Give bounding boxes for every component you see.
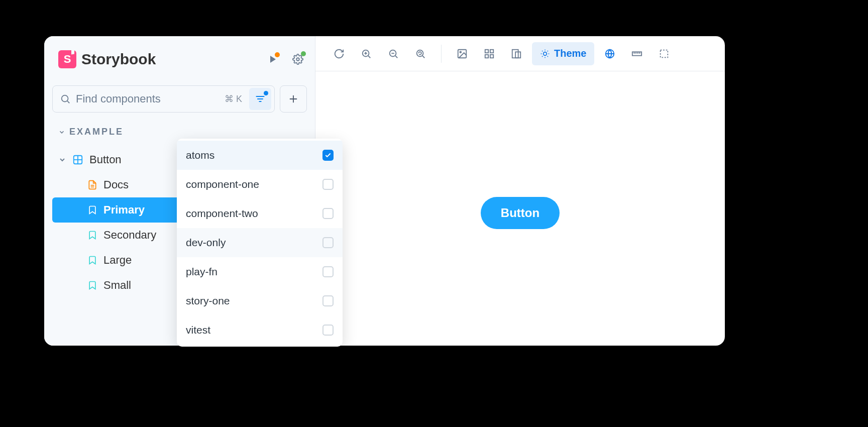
filter-option-story-one[interactable]: story-one	[177, 286, 343, 315]
checkbox[interactable]	[322, 179, 334, 190]
filter-option-atoms[interactable]: atoms	[177, 141, 343, 170]
demo-button[interactable]: Button	[481, 197, 560, 229]
notification-dot-green	[301, 51, 306, 56]
checkbox[interactable]	[322, 295, 334, 306]
search-icon	[60, 93, 71, 104]
zoom-in-button[interactable]	[355, 42, 378, 65]
svg-rect-26	[485, 54, 488, 57]
tree-item-label: Primary	[103, 203, 145, 217]
svg-line-18	[395, 56, 397, 58]
locale-button[interactable]	[598, 42, 621, 65]
svg-line-38	[548, 51, 548, 51]
search-shortcut: ⌘ K	[223, 93, 244, 104]
canvas: Button	[315, 71, 725, 346]
app-window: S Storybook ⌘ K	[44, 36, 725, 346]
chevron-down-icon	[58, 129, 65, 136]
filter-option-component-two[interactable]: component-two	[177, 199, 343, 228]
main: Theme Button	[315, 36, 725, 346]
filter-option-dev-only[interactable]: dev-only	[177, 228, 343, 257]
filter-icon	[255, 94, 265, 104]
grid-icon	[484, 48, 495, 59]
sidebar-header: S Storybook	[44, 50, 315, 68]
svg-line-33	[542, 51, 542, 51]
svg-line-2	[67, 101, 69, 103]
svg-line-37	[542, 56, 542, 56]
tree-item-label: Button	[89, 153, 122, 166]
filter-button[interactable]	[249, 88, 271, 110]
outline-icon	[659, 48, 670, 59]
run-button[interactable]	[264, 50, 282, 68]
image-icon	[457, 48, 468, 59]
svg-line-34	[548, 56, 548, 56]
viewport-button[interactable]	[505, 42, 528, 65]
zoom-out-button[interactable]	[382, 42, 405, 65]
svg-point-1	[62, 95, 68, 102]
plus-icon	[288, 93, 299, 104]
search-box[interactable]: ⌘ K	[52, 85, 275, 113]
svg-line-21	[422, 56, 424, 58]
ruler-icon	[631, 48, 642, 59]
measure-button[interactable]	[625, 42, 648, 65]
logo-text: Storybook	[81, 51, 156, 68]
svg-point-23	[460, 51, 461, 53]
filter-option-label: atoms	[186, 149, 214, 161]
outline-button[interactable]	[653, 42, 676, 65]
section-label: EXAMPLE	[69, 127, 124, 137]
globe-icon	[604, 48, 615, 59]
tree-item-label: Large	[103, 254, 132, 267]
theme-label: Theme	[554, 48, 586, 59]
background-button[interactable]	[451, 42, 474, 65]
filter-option-label: story-one	[186, 295, 230, 307]
checkbox[interactable]	[322, 325, 334, 336]
bookmark-icon	[87, 255, 97, 265]
checkbox[interactable]	[322, 150, 334, 161]
toolbar-divider	[441, 45, 442, 63]
checkbox[interactable]	[322, 208, 334, 219]
logo[interactable]: S Storybook	[58, 50, 156, 68]
svg-point-0	[296, 58, 299, 61]
filter-option-vitest[interactable]: vitest	[177, 315, 343, 345]
filter-option-label: vitest	[186, 324, 210, 336]
viewport-icon	[511, 48, 522, 59]
svg-rect-24	[485, 49, 488, 52]
tree-item-label: Secondary	[103, 229, 156, 242]
svg-rect-25	[490, 49, 493, 52]
svg-rect-46	[661, 50, 668, 57]
section-header-example[interactable]: EXAMPLE	[44, 127, 315, 137]
filter-option-label: dev-only	[186, 237, 226, 249]
zoom-out-icon	[388, 48, 399, 59]
header-actions	[264, 50, 307, 68]
reload-button[interactable]	[328, 42, 351, 65]
zoom-in-icon	[361, 48, 372, 59]
filter-option-play-fn[interactable]: play-fn	[177, 257, 343, 286]
filter-option-label: component-two	[186, 207, 258, 220]
filter-dropdown: atomscomponent-onecomponent-twodev-onlyp…	[177, 139, 343, 347]
filter-active-dot	[264, 91, 268, 95]
zoom-reset-button[interactable]	[409, 42, 432, 65]
bookmark-icon	[87, 230, 97, 240]
bookmark-icon	[87, 280, 97, 290]
add-button[interactable]	[280, 85, 307, 113]
chevron-down-icon	[58, 156, 66, 164]
notification-dot-orange	[275, 52, 280, 57]
checkbox[interactable]	[322, 266, 334, 277]
document-icon	[87, 180, 97, 190]
filter-option-component-one[interactable]: component-one	[177, 170, 343, 199]
svg-rect-27	[490, 54, 493, 57]
svg-point-20	[417, 50, 423, 56]
reload-icon	[334, 48, 345, 59]
checkbox[interactable]	[322, 237, 334, 248]
tree-item-label: Docs	[103, 178, 129, 191]
grid-button[interactable]	[478, 42, 501, 65]
bookmark-icon	[87, 205, 97, 215]
svg-line-14	[368, 56, 370, 58]
sun-icon	[540, 49, 550, 59]
search-input[interactable]	[76, 92, 218, 105]
theme-button[interactable]: Theme	[532, 42, 594, 65]
zoom-reset-icon	[415, 48, 426, 59]
settings-button[interactable]	[289, 50, 307, 68]
filter-option-label: component-one	[186, 178, 259, 190]
component-icon	[72, 154, 83, 165]
toolbar: Theme	[315, 36, 725, 71]
svg-point-30	[544, 52, 547, 55]
